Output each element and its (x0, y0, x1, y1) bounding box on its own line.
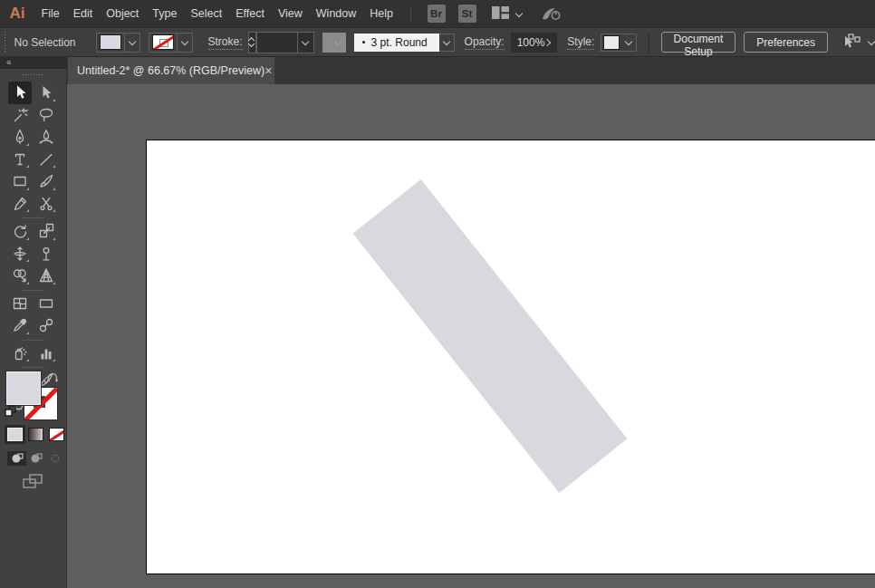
stock-button[interactable]: St (458, 5, 476, 23)
tool-symbol-sprayer[interactable] (8, 342, 32, 365)
opacity-value: 100% (517, 36, 545, 49)
menu-edit[interactable]: Edit (66, 0, 100, 27)
document-tab[interactable]: Untitled-2* @ 66.67% (RGB/Preview) × (68, 57, 274, 84)
stroke-weight-stepper[interactable] (248, 32, 256, 53)
chevron-down-icon (442, 38, 450, 46)
tab-close-icon[interactable]: × (264, 64, 272, 77)
tool-gradient[interactable] (34, 293, 58, 315)
stroke-panel-link[interactable]: Stroke: (208, 35, 243, 50)
stroke-weight-value[interactable] (257, 33, 297, 53)
fill-color-dropdown[interactable] (96, 33, 140, 53)
menu-window[interactable]: Window (309, 0, 362, 27)
drawing-mode-row (7, 451, 64, 466)
tool-shape-builder[interactable] (8, 265, 32, 287)
illustrator-window: Ai File Edit Object Type Select Effect V… (0, 0, 875, 588)
stroke-swatch[interactable] (152, 34, 174, 50)
panel-drag-grip[interactable] (4, 32, 5, 53)
tool-curvature[interactable] (34, 126, 58, 149)
opacity-field[interactable]: 100% (511, 33, 558, 53)
document-setup-button[interactable]: Document Setup (661, 32, 736, 53)
tool-type[interactable] (8, 149, 32, 171)
color-button[interactable] (7, 428, 23, 441)
tool-scale[interactable] (34, 220, 58, 243)
none-slash (152, 34, 174, 50)
menubar: Ai File Edit Object Type Select Effect V… (0, 0, 875, 27)
select-similar-dropdown[interactable] (841, 33, 875, 52)
select-similar-icon (841, 33, 861, 52)
document-tab-title: Untitled-2* @ 66.67% (RGB/Preview) (77, 64, 264, 77)
chevron-down-icon (180, 38, 188, 46)
menu-view[interactable]: View (271, 0, 309, 27)
menu-select[interactable]: Select (184, 0, 229, 27)
tool-eyedropper[interactable] (8, 314, 32, 337)
tool-grid (0, 82, 66, 414)
tool-blend[interactable] (34, 314, 58, 337)
menu-help[interactable]: Help (363, 0, 400, 27)
fill-swatch[interactable] (100, 34, 121, 50)
tools-panel-collapse[interactable]: « (0, 57, 67, 69)
tool-line-segment[interactable] (34, 149, 58, 171)
none-slash (49, 429, 64, 441)
style-label[interactable]: Style: (567, 35, 594, 50)
workspace-layout-icon (491, 5, 510, 23)
paint-mode-row (7, 428, 64, 441)
brush-stroke-preview (362, 41, 365, 43)
tools-panel-grip[interactable] (23, 73, 44, 78)
brush-definition-value: 3 pt. Round (371, 36, 428, 49)
gpu-performance-icon[interactable] (539, 5, 562, 23)
opacity-panel-link[interactable]: Opacity: (465, 35, 505, 50)
draw-normal-icon[interactable] (7, 451, 26, 466)
tool-scissors[interactable] (34, 193, 58, 216)
none-button[interactable] (49, 428, 64, 441)
draw-behind-icon[interactable] (26, 451, 45, 466)
control-bar: No Selection Stroke: 3 pt (0, 27, 875, 57)
brush-definition-dropdown[interactable]: 3 pt. Round (354, 33, 455, 53)
menu-object[interactable]: Object (100, 0, 146, 27)
tool-pen[interactable] (8, 126, 32, 149)
stroke-color-dropdown[interactable] (149, 33, 193, 53)
tool-magic-wand[interactable] (8, 104, 32, 127)
tool-paintbrush[interactable] (34, 170, 58, 193)
variable-width-profile-dropdown (322, 33, 346, 53)
menu-file[interactable]: File (34, 0, 66, 27)
double-chevron-left-icon: « (6, 57, 12, 67)
style-swatch (603, 35, 620, 50)
fill-color-proxy[interactable] (6, 371, 41, 405)
chevron-right-icon[interactable] (544, 38, 553, 46)
chevron-down-icon (867, 38, 875, 46)
tool-selection[interactable] (8, 82, 32, 104)
workspace-switcher[interactable] (491, 5, 524, 23)
app-logo: Ai (0, 5, 34, 23)
chevron-down-icon (334, 38, 342, 46)
chevron-down-icon (128, 38, 136, 46)
chevron-down-icon (625, 38, 633, 46)
document-tab-bar: Untitled-2* @ 66.67% (RGB/Preview) × (67, 57, 875, 84)
selection-status: No Selection (14, 36, 75, 49)
canvas-area[interactable] (67, 84, 875, 588)
stepper-down-icon[interactable] (249, 43, 255, 47)
gradient-button[interactable] (28, 428, 43, 441)
menubar-separator (410, 5, 411, 22)
tool-rotate[interactable] (8, 220, 32, 243)
chevron-down-icon (302, 38, 310, 46)
tools-panel (0, 69, 67, 588)
tool-shaper[interactable] (8, 193, 32, 216)
tool-lasso[interactable] (34, 104, 58, 127)
chevron-down-icon (515, 10, 524, 18)
tool-width[interactable] (8, 243, 32, 265)
menu-type[interactable]: Type (146, 0, 184, 27)
tool-column-graph[interactable] (34, 342, 58, 365)
tool-direct-selection[interactable] (34, 82, 58, 104)
graphic-style-dropdown[interactable] (601, 34, 637, 52)
bridge-button[interactable]: Br (428, 5, 446, 23)
tool-mesh[interactable] (8, 293, 32, 315)
screen-mode-icon[interactable] (22, 472, 45, 493)
menu-effect[interactable]: Effect (229, 0, 272, 27)
swap-fill-stroke-icon[interactable] (46, 372, 60, 387)
tool-puppet-warp[interactable] (34, 243, 58, 265)
default-fill-stroke-icon[interactable] (5, 405, 17, 420)
preferences-button[interactable]: Preferences (744, 32, 828, 53)
stroke-weight-dropdown[interactable] (256, 32, 314, 53)
tool-perspective-grid[interactable] (34, 265, 58, 287)
tool-rectangle[interactable] (8, 170, 32, 193)
